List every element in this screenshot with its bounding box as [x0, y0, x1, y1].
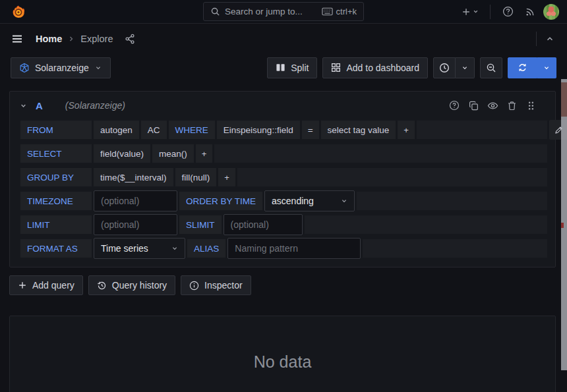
refresh-button[interactable] [508, 57, 537, 78]
timezone-input[interactable] [94, 190, 177, 211]
menu-icon [11, 32, 24, 45]
breadcrumb-bar: Home Explore [0, 24, 567, 53]
add-to-dashboard-button[interactable]: Add to dashboard [322, 57, 428, 78]
grid-icon [331, 63, 341, 72]
refresh-interval-caret-button[interactable] [537, 57, 556, 78]
news-button[interactable] [521, 3, 539, 21]
zoom-out-icon [486, 63, 496, 73]
slimit-label: SLIMIT [179, 215, 222, 234]
share-icon [125, 34, 135, 44]
tag-value-segment[interactable]: select tag value [321, 121, 396, 139]
duplicate-query-button[interactable] [467, 99, 479, 111]
user-avatar[interactable] [543, 4, 559, 20]
query-help-button[interactable] [448, 99, 460, 111]
aggregation-segment[interactable]: mean() [152, 144, 194, 163]
chevron-right-icon [67, 35, 75, 43]
order-by-time-label: ORDER BY TIME [179, 192, 262, 210]
tag-key-segment[interactable]: Einspeisung::field [217, 121, 300, 139]
plus-icon [18, 281, 27, 290]
keyboard-icon [322, 7, 333, 16]
datasource-picker[interactable]: Solaranzeige [11, 57, 111, 78]
field-segment[interactable]: field(value) [94, 144, 150, 163]
timezone-label: TIMEZONE [20, 192, 92, 210]
refresh-picker [508, 57, 556, 78]
split-label: Split [291, 63, 309, 73]
group-by-row: GROUP BY time($__interval) fill(null) + [20, 167, 567, 188]
row-filler [417, 121, 547, 139]
group-by-label: GROUP BY [20, 168, 92, 186]
history-icon [97, 281, 107, 291]
limit-label: LIMIT [20, 215, 92, 234]
format-as-row: FORMAT AS Time series ALIAS [20, 238, 567, 259]
chevron-down-icon [340, 197, 348, 205]
scrollbar-thumb[interactable] [561, 82, 567, 117]
drag-handle-icon [527, 101, 535, 111]
query-history-button[interactable]: Query history [88, 275, 175, 295]
chevron-down-icon [94, 64, 102, 72]
add-query-button[interactable]: Add query [9, 275, 83, 295]
top-nav: Search or jump to... ctrl+k [0, 0, 567, 24]
query-header: A (Solaranzeige) [10, 92, 555, 119]
row-filler [305, 215, 547, 234]
chevron-down-icon [461, 64, 469, 72]
slimit-input[interactable] [224, 214, 303, 235]
split-icon [276, 63, 285, 72]
query-actions: Add query Query history Inspector [9, 275, 556, 295]
query-ref-id[interactable]: A [36, 100, 43, 111]
alias-input[interactable] [227, 238, 361, 259]
divider [536, 32, 537, 46]
hide-response-button[interactable] [487, 99, 498, 111]
grafana-logo[interactable] [8, 3, 29, 21]
inspector-label: Inspector [204, 280, 243, 291]
fill-segment[interactable]: fill(null) [175, 168, 217, 186]
format-as-value: Time series [101, 243, 148, 254]
query-datasource-hint: (Solaranzeige) [65, 100, 125, 111]
datasource-name: Solaranzeige [35, 63, 89, 73]
time-range-caret-button[interactable] [456, 57, 475, 78]
collapse-panel-button[interactable] [541, 30, 559, 48]
query-collapse-button[interactable] [19, 101, 28, 110]
help-icon [502, 6, 514, 17]
datasource-icon [19, 63, 30, 73]
new-menu-button[interactable] [459, 7, 482, 16]
add-condition-button[interactable]: + [398, 121, 415, 139]
time-range-picker [433, 57, 475, 78]
operator-segment[interactable]: = [302, 121, 319, 139]
explore-toolbar: Solaranzeige Split Add to dashboard [0, 53, 567, 86]
no-data-message: No data [254, 352, 312, 372]
search-icon [210, 7, 220, 16]
retention-policy-segment[interactable]: autogen [94, 121, 139, 139]
measurement-segment[interactable]: AC [141, 121, 167, 139]
influxql-editor: FROM autogen AC WHERE Einspeisung::field… [10, 119, 567, 267]
zoom-out-button[interactable] [480, 57, 502, 78]
menu-button[interactable] [8, 30, 26, 48]
share-shortlink-button[interactable] [121, 30, 139, 48]
info-icon [189, 281, 199, 291]
chevron-down-icon [19, 101, 28, 110]
group-by-time-segment[interactable]: time($__interval) [94, 168, 173, 186]
split-button[interactable]: Split [267, 57, 317, 78]
format-as-select[interactable]: Time series [94, 238, 185, 259]
from-row: FROM autogen AC WHERE Einspeisung::field… [20, 119, 567, 140]
time-range-button[interactable] [433, 57, 456, 78]
limit-input[interactable] [94, 214, 177, 235]
add-group-by-button[interactable]: + [218, 168, 235, 186]
alias-label: ALIAS [187, 239, 225, 258]
eye-icon [487, 100, 498, 111]
refresh-icon [518, 63, 527, 72]
inspector-button[interactable]: Inspector [181, 275, 251, 295]
query-history-label: Query history [112, 280, 167, 291]
search-input[interactable]: Search or jump to... ctrl+k [203, 2, 364, 21]
help-button[interactable] [498, 3, 517, 21]
remove-query-button[interactable] [506, 99, 518, 111]
scrollbar-mark [561, 223, 564, 228]
drag-handle[interactable] [525, 99, 537, 111]
breadcrumb: Home Explore [36, 30, 139, 48]
where-label: WHERE [169, 121, 215, 139]
breadcrumb-home[interactable]: Home [36, 34, 62, 44]
search-placeholder: Search or jump to... [225, 7, 317, 16]
order-by-time-select[interactable]: ascending [264, 190, 355, 211]
add-select-part-button[interactable]: + [196, 144, 213, 163]
chevron-up-icon [545, 34, 554, 43]
limit-row: LIMIT SLIMIT [20, 214, 567, 235]
